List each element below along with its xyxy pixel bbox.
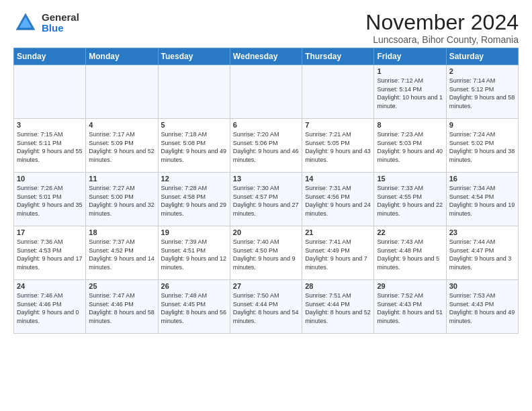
table-row: 17 Sunrise: 7:36 AM Sunset: 4:53 PM Dayl…	[14, 226, 86, 280]
day-info: Sunrise: 7:21 AM Sunset: 5:05 PM Dayligh…	[305, 130, 371, 164]
daylight-text: Daylight: 9 hours and 0 minutes.	[17, 309, 79, 324]
day-number: 5	[161, 121, 227, 129]
table-row: 5 Sunrise: 7:18 AM Sunset: 5:08 PM Dayli…	[158, 119, 230, 173]
sunset-text: Sunset: 4:53 PM	[17, 247, 62, 254]
table-row	[14, 65, 86, 119]
sunset-text: Sunset: 4:58 PM	[161, 193, 206, 200]
sunset-text: Sunset: 4:51 PM	[161, 247, 206, 254]
day-info: Sunrise: 7:37 AM Sunset: 4:52 PM Dayligh…	[89, 238, 154, 271]
day-info: Sunrise: 7:24 AM Sunset: 5:02 PM Dayligh…	[449, 130, 515, 164]
sunset-text: Sunset: 4:44 PM	[233, 301, 278, 308]
day-info: Sunrise: 7:53 AM Sunset: 4:43 PM Dayligh…	[449, 291, 515, 325]
sunrise-text: Sunrise: 7:18 AM	[161, 131, 208, 138]
day-info: Sunrise: 7:17 AM Sunset: 5:09 PM Dayligh…	[89, 130, 154, 164]
sunset-text: Sunset: 4:49 PM	[305, 247, 350, 254]
table-row	[230, 65, 302, 119]
day-number: 14	[305, 175, 371, 183]
daylight-text: Daylight: 9 hours and 40 minutes.	[377, 148, 443, 163]
sunrise-text: Sunrise: 7:52 AM	[377, 292, 423, 299]
sunrise-text: Sunrise: 7:27 AM	[89, 185, 135, 191]
day-info: Sunrise: 7:30 AM Sunset: 4:57 PM Dayligh…	[233, 184, 299, 218]
daylight-text: Daylight: 9 hours and 3 minutes.	[449, 255, 512, 271]
sunset-text: Sunset: 5:11 PM	[17, 140, 62, 146]
table-row	[302, 65, 374, 119]
day-number: 10	[17, 175, 83, 183]
table-row	[86, 65, 158, 119]
table-row: 4 Sunrise: 7:17 AM Sunset: 5:09 PM Dayli…	[86, 119, 158, 173]
daylight-text: Daylight: 9 hours and 55 minutes.	[17, 148, 83, 163]
sunrise-text: Sunrise: 7:34 AM	[449, 185, 496, 191]
sunset-text: Sunset: 4:56 PM	[305, 193, 350, 200]
sunrise-text: Sunrise: 7:30 AM	[233, 185, 279, 191]
day-number: 15	[377, 175, 443, 183]
table-row: 12 Sunrise: 7:28 AM Sunset: 4:58 PM Dayl…	[158, 173, 230, 226]
daylight-text: Daylight: 9 hours and 46 minutes.	[233, 148, 299, 163]
day-number: 6	[233, 121, 299, 129]
sunset-text: Sunset: 4:50 PM	[233, 247, 278, 254]
week-row-1: 1 Sunrise: 7:12 AM Sunset: 5:14 PM Dayli…	[14, 65, 519, 119]
day-number: 20	[233, 228, 299, 236]
table-row: 25 Sunrise: 7:47 AM Sunset: 4:46 PM Dayl…	[86, 280, 158, 334]
sunrise-text: Sunrise: 7:26 AM	[17, 185, 63, 191]
sunset-text: Sunset: 5:02 PM	[449, 140, 494, 146]
day-number: 17	[17, 228, 83, 236]
table-row: 20 Sunrise: 7:40 AM Sunset: 4:50 PM Dayl…	[230, 226, 302, 280]
table-row: 8 Sunrise: 7:23 AM Sunset: 5:03 PM Dayli…	[374, 119, 446, 173]
day-number: 25	[89, 282, 154, 290]
sunset-text: Sunset: 5:01 PM	[17, 193, 62, 200]
sunset-text: Sunset: 4:43 PM	[377, 301, 422, 308]
table-row	[158, 65, 230, 119]
table-row: 23 Sunrise: 7:44 AM Sunset: 4:47 PM Dayl…	[446, 226, 518, 280]
day-info: Sunrise: 7:52 AM Sunset: 4:43 PM Dayligh…	[377, 291, 443, 325]
day-number: 16	[449, 175, 515, 183]
sunrise-text: Sunrise: 7:37 AM	[89, 238, 135, 245]
daylight-text: Daylight: 9 hours and 9 minutes.	[233, 255, 296, 271]
day-number: 19	[161, 228, 227, 236]
col-sunday: Sunday	[14, 48, 86, 65]
daylight-text: Daylight: 8 hours and 51 minutes.	[377, 309, 443, 324]
week-row-4: 17 Sunrise: 7:36 AM Sunset: 4:53 PM Dayl…	[14, 226, 519, 280]
table-row: 28 Sunrise: 7:51 AM Sunset: 4:44 PM Dayl…	[302, 280, 374, 334]
day-number: 11	[89, 175, 154, 183]
day-info: Sunrise: 7:12 AM Sunset: 5:14 PM Dayligh…	[377, 77, 443, 110]
sunset-text: Sunset: 4:47 PM	[449, 247, 494, 254]
col-saturday: Saturday	[446, 48, 518, 65]
sunset-text: Sunset: 4:54 PM	[449, 193, 494, 200]
table-row: 30 Sunrise: 7:53 AM Sunset: 4:43 PM Dayl…	[446, 280, 518, 334]
col-monday: Monday	[86, 48, 158, 65]
day-info: Sunrise: 7:39 AM Sunset: 4:51 PM Dayligh…	[161, 238, 227, 271]
table-row: 10 Sunrise: 7:26 AM Sunset: 5:01 PM Dayl…	[14, 173, 86, 226]
daylight-text: Daylight: 10 hours and 1 minute.	[377, 94, 443, 109]
sunset-text: Sunset: 4:46 PM	[89, 301, 134, 308]
day-info: Sunrise: 7:50 AM Sunset: 4:44 PM Dayligh…	[233, 291, 299, 325]
day-number: 28	[305, 282, 371, 290]
day-number: 24	[17, 282, 83, 290]
day-info: Sunrise: 7:27 AM Sunset: 5:00 PM Dayligh…	[89, 184, 154, 218]
day-number: 1	[377, 67, 443, 75]
sunrise-text: Sunrise: 7:36 AM	[17, 238, 63, 245]
sunrise-text: Sunrise: 7:23 AM	[377, 131, 423, 138]
page: General Blue November 2024 Luncsoara, Bi…	[0, 0, 532, 340]
day-info: Sunrise: 7:51 AM Sunset: 4:44 PM Dayligh…	[305, 291, 371, 325]
day-info: Sunrise: 7:15 AM Sunset: 5:11 PM Dayligh…	[17, 130, 83, 164]
day-info: Sunrise: 7:46 AM Sunset: 4:46 PM Dayligh…	[17, 291, 83, 325]
logo-general-text: General	[42, 12, 79, 24]
day-info: Sunrise: 7:28 AM Sunset: 4:58 PM Dayligh…	[161, 184, 227, 218]
day-info: Sunrise: 7:23 AM Sunset: 5:03 PM Dayligh…	[377, 130, 443, 164]
table-row: 24 Sunrise: 7:46 AM Sunset: 4:46 PM Dayl…	[14, 280, 86, 334]
day-number: 29	[377, 282, 443, 290]
day-info: Sunrise: 7:48 AM Sunset: 4:45 PM Dayligh…	[161, 291, 227, 325]
sunset-text: Sunset: 4:45 PM	[161, 301, 206, 308]
day-number: 4	[89, 121, 154, 129]
logo-blue-text: Blue	[42, 23, 79, 34]
sunrise-text: Sunrise: 7:47 AM	[89, 292, 135, 299]
day-number: 30	[449, 282, 515, 290]
daylight-text: Daylight: 9 hours and 17 minutes.	[17, 255, 83, 271]
logo: General Blue	[13, 11, 79, 35]
daylight-text: Daylight: 8 hours and 54 minutes.	[233, 309, 299, 324]
daylight-text: Daylight: 9 hours and 58 minutes.	[449, 94, 515, 109]
sunset-text: Sunset: 5:00 PM	[89, 193, 134, 200]
daylight-text: Daylight: 9 hours and 19 minutes.	[449, 201, 515, 217]
daylight-text: Daylight: 9 hours and 49 minutes.	[161, 148, 227, 163]
daylight-text: Daylight: 9 hours and 32 minutes.	[89, 201, 154, 217]
